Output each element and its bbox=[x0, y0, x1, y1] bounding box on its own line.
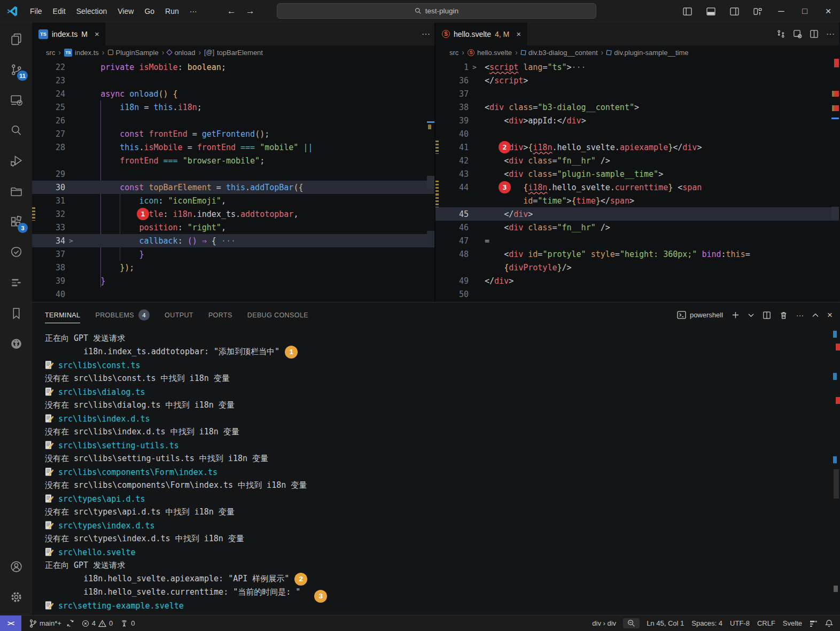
breadcrumb-item[interactable]: div.b3-dialog__content bbox=[521, 49, 598, 57]
code-line[interactable]: 45 </div> bbox=[435, 207, 839, 221]
menu-item[interactable]: View bbox=[112, 4, 139, 19]
panel-more-actions-icon[interactable]: ··· bbox=[796, 311, 804, 320]
code-line[interactable]: 44 {i18n.hello_svelte.currenttime} <span… bbox=[435, 181, 839, 194]
close-tab-icon[interactable]: × bbox=[95, 29, 99, 38]
notifications-bell-icon[interactable] bbox=[821, 616, 837, 631]
code-line[interactable]: 40 bbox=[32, 287, 434, 301]
toggle-panel-icon[interactable] bbox=[699, 0, 722, 22]
breadcrumb-item[interactable]: PluginSample bbox=[108, 49, 159, 57]
menu-item[interactable]: Go bbox=[139, 4, 160, 19]
code-line[interactable]: 26 bbox=[32, 114, 434, 127]
zoom-out-button[interactable] bbox=[623, 618, 640, 628]
terminal-overview-ruler[interactable] bbox=[833, 302, 840, 615]
breadcrumb-item[interactable]: src bbox=[449, 49, 458, 57]
split-terminal-icon[interactable] bbox=[763, 311, 771, 320]
toggle-sidebar-icon[interactable] bbox=[675, 0, 699, 22]
extensions-icon[interactable]: 3 bbox=[3, 209, 29, 234]
folder-icon[interactable] bbox=[3, 179, 29, 204]
kill-terminal-icon[interactable] bbox=[780, 311, 788, 320]
menu-item[interactable]: Edit bbox=[48, 4, 71, 19]
code-line[interactable]: 38 }); bbox=[32, 261, 434, 274]
code-line[interactable]: 32 title: i18n.index_ts.addtotopbar,1 bbox=[32, 207, 434, 221]
close-tab-icon[interactable]: × bbox=[516, 29, 521, 38]
bookmarks-icon[interactable] bbox=[3, 301, 29, 325]
code-line[interactable]: 38<div class="b3-dialog__content"> bbox=[435, 100, 839, 114]
breadcrumb-item[interactable]: [@]topBarElement bbox=[204, 49, 263, 57]
minimize-icon[interactable]: ─ bbox=[769, 0, 793, 22]
formatter-status-item[interactable] bbox=[806, 616, 821, 631]
customize-layout-icon[interactable] bbox=[746, 0, 769, 22]
code-line[interactable]: 48 <div id="protyle" style="height: 360p… bbox=[435, 247, 839, 261]
breadcrumbs-right[interactable]: src›Shello.svelte›div.b3-dialog__content… bbox=[435, 45, 839, 59]
new-terminal-icon[interactable] bbox=[732, 311, 740, 319]
branch-status-item[interactable]: main*+ bbox=[26, 616, 78, 631]
code-line[interactable]: 49</div> bbox=[435, 274, 839, 287]
compare-changes-icon[interactable] bbox=[776, 29, 785, 38]
code-editor-hello-svelte[interactable]: 1><script lang="ts">···36</script>3738<d… bbox=[435, 59, 839, 301]
code-line[interactable]: frontEnd === "browser-mobile"; bbox=[32, 154, 434, 167]
breadcrumb-item[interactable]: TSindex.ts bbox=[64, 49, 99, 57]
close-panel-icon[interactable]: × bbox=[827, 310, 833, 321]
prettier-icon[interactable] bbox=[3, 270, 29, 295]
code-line[interactable]: 42 <div class="fn__hr" /> bbox=[435, 154, 839, 167]
menu-item[interactable]: File bbox=[25, 4, 48, 19]
maximize-icon[interactable]: □ bbox=[793, 0, 816, 22]
code-line[interactable]: 37 bbox=[435, 87, 839, 100]
code-line[interactable]: 50 bbox=[435, 287, 839, 301]
code-line[interactable]: 24 async onload() { bbox=[32, 87, 434, 100]
selection-path-item[interactable]: div › div bbox=[588, 616, 620, 631]
nav-forward-icon[interactable]: → bbox=[246, 6, 255, 17]
terminal-dropdown-icon[interactable] bbox=[748, 313, 754, 317]
open-changes-icon[interactable] bbox=[793, 29, 802, 38]
testing-icon[interactable] bbox=[3, 240, 29, 264]
breadcrumb-item[interactable]: Shello.svelte bbox=[468, 49, 512, 57]
breadcrumb-item[interactable]: onload bbox=[167, 49, 195, 57]
code-line[interactable]: 28 this.isMobile = frontEnd === "mobile"… bbox=[32, 141, 434, 154]
menu-item[interactable]: ··· bbox=[184, 4, 203, 19]
tab-hello-svelte[interactable]: S hello.svelte 4, M × bbox=[435, 22, 528, 45]
code-line[interactable]: 46 <div class="fn__hr" /> bbox=[435, 221, 839, 234]
tab-index-ts[interactable]: TS index.ts M × bbox=[32, 22, 106, 45]
remote-indicator[interactable]: >< bbox=[0, 616, 21, 631]
remote-explorer-icon[interactable] bbox=[3, 88, 29, 112]
code-line[interactable]: 27 const frontEnd = getFrontend(); bbox=[32, 127, 434, 141]
menu-item[interactable]: Selection bbox=[71, 4, 113, 19]
code-line[interactable]: 41 <div>{i18n.hello_svelte.apiexample}</… bbox=[435, 141, 839, 154]
search-icon[interactable] bbox=[3, 118, 29, 143]
run-debug-icon[interactable] bbox=[3, 149, 29, 173]
panel-tab-debug-console[interactable]: DEBUG CONSOLE bbox=[247, 302, 308, 328]
code-line[interactable]: 40 bbox=[435, 127, 839, 141]
code-line[interactable]: 36</script> bbox=[435, 74, 839, 87]
code-line[interactable]: 22 private isMobile: boolean; bbox=[32, 60, 434, 74]
code-line[interactable]: 1><script lang="ts">··· bbox=[435, 60, 839, 74]
code-line[interactable]: 25 i18n = this.i18n; bbox=[32, 100, 434, 114]
breadcrumb-item[interactable]: div.plugin-sample__time bbox=[606, 49, 688, 57]
ports-status-item[interactable]: 0 bbox=[116, 616, 138, 631]
code-line[interactable]: 43 <div class="plugin-sample__time"> bbox=[435, 167, 839, 181]
split-editor-icon[interactable] bbox=[810, 29, 819, 38]
code-line[interactable]: 33 position: "right", bbox=[32, 221, 434, 234]
breadcrumbs-left[interactable]: src›TSindex.ts›PluginSample›onload›[@]to… bbox=[32, 45, 434, 59]
code-line[interactable]: 34> callback: () ⇒ { ··· bbox=[32, 234, 434, 247]
overview-ruler-right[interactable] bbox=[831, 22, 839, 302]
overview-ruler-left[interactable] bbox=[427, 22, 434, 302]
code-line[interactable]: 47= bbox=[435, 234, 839, 247]
code-line[interactable]: 29 bbox=[32, 167, 434, 181]
github-icon[interactable] bbox=[3, 331, 29, 356]
language-mode-item[interactable]: Svelte bbox=[779, 616, 806, 631]
settings-gear-icon[interactable] bbox=[3, 585, 29, 609]
panel-tab-output[interactable]: OUTPUT bbox=[165, 302, 193, 328]
code-line[interactable]: {divProtyle}/> bbox=[435, 261, 839, 274]
toggle-secondary-sidebar-icon[interactable] bbox=[722, 0, 746, 22]
panel-tab-terminal[interactable]: TERMINAL bbox=[45, 302, 80, 328]
terminal-shell-item[interactable]: powershell bbox=[677, 311, 723, 319]
panel-tab-ports[interactable]: PORTS bbox=[208, 302, 232, 328]
indentation-item[interactable]: Spaces: 4 bbox=[688, 616, 726, 631]
terminal-output[interactable]: 正在向 GPT 发送请求 i18n.index_ts.addtotopbar: … bbox=[32, 328, 840, 612]
panel-tab-problems[interactable]: PROBLEMS4 bbox=[95, 302, 150, 328]
command-center-search[interactable]: test-plugin bbox=[277, 3, 596, 19]
accounts-icon[interactable] bbox=[3, 554, 29, 579]
problems-status-item[interactable]: 4 0 bbox=[78, 616, 116, 631]
code-line[interactable]: 39 <div>appId:</div> bbox=[435, 114, 839, 127]
breadcrumb-item[interactable]: src bbox=[46, 49, 55, 57]
